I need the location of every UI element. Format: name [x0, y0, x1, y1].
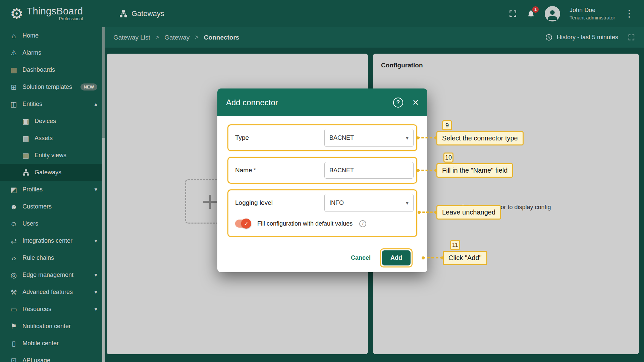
- callout-fill-name-field: Fill in the "Name" field: [436, 163, 513, 178]
- logging-level-select[interactable]: INFO ▾: [324, 194, 414, 212]
- fill-defaults-toggle[interactable]: ✓: [235, 220, 251, 228]
- callout-select-connector-type: Select the connector type: [436, 131, 524, 145]
- callout-step-11-number: 11: [450, 240, 460, 250]
- required-asterisk: *: [254, 167, 256, 174]
- type-field-highlight: Type BACNET ▾: [227, 124, 417, 151]
- dialog-header: Add connector ? ×: [217, 88, 427, 116]
- callout-line-10: [417, 170, 436, 171]
- close-icon[interactable]: ×: [413, 97, 419, 108]
- fill-defaults-label: Fill configuration with default values: [257, 220, 353, 227]
- dialog-title: Add connector: [226, 98, 393, 107]
- chevron-down-icon: ▾: [406, 135, 409, 141]
- add-button[interactable]: Add: [382, 250, 411, 265]
- type-select[interactable]: BACNET ▾: [324, 129, 414, 147]
- add-button-highlight: Add: [380, 248, 413, 267]
- add-connector-dialog: Add connector ? × Type BACNET ▾ Name*: [217, 88, 427, 272]
- check-icon: ✓: [244, 221, 248, 227]
- logging-level-label: Logging level: [235, 199, 324, 206]
- dialog-footer: Cancel Add: [227, 237, 417, 267]
- help-icon[interactable]: ?: [393, 98, 403, 108]
- info-icon[interactable]: i: [359, 220, 366, 227]
- type-label: Type: [235, 134, 324, 141]
- name-field-highlight: Name*: [227, 157, 417, 184]
- callout-step-9-number: 9: [442, 120, 452, 130]
- cancel-button[interactable]: Cancel: [351, 254, 371, 261]
- callout-step-10-number: 10: [443, 153, 453, 163]
- callout-line-leave-unchanged: [419, 212, 436, 213]
- type-select-value: BACNET: [329, 134, 354, 141]
- callout-line-9: [417, 137, 436, 138]
- logging-level-value: INFO: [329, 199, 344, 206]
- toggle-thumb: ✓: [241, 219, 251, 229]
- callout-line-11: [423, 257, 443, 258]
- thingsboard-app: ⚙ ThingsBoard Professional Gateways 1: [0, 0, 644, 362]
- callout-leave-unchanged: Leave unchanged: [436, 205, 501, 220]
- chevron-down-icon: ▾: [406, 200, 409, 206]
- name-input[interactable]: [324, 162, 414, 179]
- callout-click-add: Click "Add": [443, 251, 487, 265]
- logging-and-toggle-highlight: Logging level INFO ▾ ✓ Fill configuratio…: [227, 189, 417, 237]
- name-label: Name*: [235, 167, 324, 174]
- dialog-body: Type BACNET ▾ Name* Logging level: [217, 116, 427, 267]
